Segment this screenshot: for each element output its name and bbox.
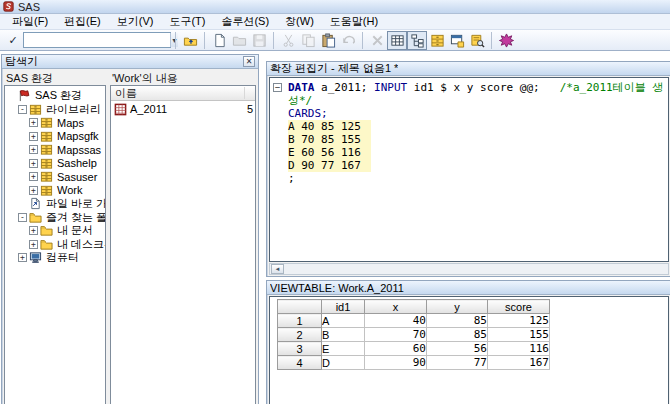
menu-solutions[interactable]: 솔루션(S) xyxy=(213,13,277,31)
new-document-icon[interactable] xyxy=(209,31,229,50)
grid-row-header[interactable]: 3 xyxy=(278,342,322,356)
grid-cell-y[interactable]: 85 xyxy=(427,328,488,342)
explorer-window-icon[interactable] xyxy=(447,31,467,50)
editor-body[interactable]: − DATA a_2011; INPUT id1 $ x y score @@;… xyxy=(269,77,669,262)
editor-titlebar[interactable]: 확장 편집기 - 제목 없음1 * xyxy=(267,62,670,76)
cut-icon xyxy=(278,31,298,50)
input-statement-text: id1 $ x y score @@; xyxy=(407,81,539,94)
grid-row-header[interactable]: 2 xyxy=(278,328,322,342)
tree-item-file-shortcuts[interactable]: 파일 바로 가기 xyxy=(5,197,105,211)
grid-cell-y[interactable]: 85 xyxy=(427,314,488,328)
grid-cell-score[interactable]: 167 xyxy=(488,356,550,370)
grid-cell-x[interactable]: 60 xyxy=(365,342,427,356)
grid-column-header-x[interactable]: x xyxy=(365,300,427,314)
menu-help[interactable]: 도움말(H) xyxy=(322,13,386,31)
menu-window[interactable]: 창(W) xyxy=(277,13,322,31)
combobox-dropdown-button[interactable]: ▼ xyxy=(170,33,178,47)
grid-cell-x[interactable]: 70 xyxy=(365,328,427,342)
grid-column-header-id1[interactable]: id1 xyxy=(322,300,365,314)
grid-column-header-y[interactable]: y xyxy=(427,300,488,314)
sas-application-window: SAS 파일(F)편집(E)보기(V)도구(T)솔루션(S)창(W)도움말(H)… xyxy=(0,0,670,404)
command-input[interactable] xyxy=(24,33,170,47)
editor-horizontal-scrollbar[interactable]: ◄ xyxy=(269,263,669,275)
column-separator xyxy=(244,87,245,99)
grid-row-header[interactable]: 4 xyxy=(278,356,322,370)
table-view-icon[interactable] xyxy=(387,31,407,50)
tree-pane-box: SAS 환경-라이브러리+Maps+Mapsgfk+Mapssas+Sashel… xyxy=(4,85,106,404)
tree-item-mapssas[interactable]: +Mapssas xyxy=(5,143,105,157)
editor-title: 확장 편집기 - 제목 없음1 * xyxy=(270,61,398,76)
menu-bar: 파일(F)편집(E)보기(V)도구(T)솔루션(S)창(W)도움말(H) xyxy=(0,14,670,30)
viewtable-window: VIEWTABLE: Work.A_2011 id1xyscore 1A4085… xyxy=(266,280,670,404)
tree-item-my-desktop[interactable]: +내 데스크톱 xyxy=(5,238,105,252)
grid-cell-y[interactable]: 56 xyxy=(427,342,488,356)
expand-icon[interactable]: + xyxy=(29,118,38,127)
grid-column-header-score[interactable]: score xyxy=(488,300,550,314)
undo-icon xyxy=(338,31,358,50)
explorer-titlebar[interactable]: 탐색기 ✕ xyxy=(2,55,258,69)
library-icon xyxy=(40,116,54,129)
expand-icon[interactable]: + xyxy=(29,172,38,181)
list-item-a_2011[interactable]: A_20115 xyxy=(111,101,255,117)
grid-row-header[interactable]: 1 xyxy=(278,314,322,328)
grid-cell-score[interactable]: 116 xyxy=(488,342,550,356)
tree-view-icon[interactable] xyxy=(407,31,427,50)
grid-cell-x[interactable]: 40 xyxy=(365,314,427,328)
keyword-cards: CARDS; xyxy=(288,107,328,120)
folder-up-icon[interactable] xyxy=(180,31,200,50)
viewtable-titlebar[interactable]: VIEWTABLE: Work.A_2011 xyxy=(267,281,670,295)
tree-item-mapsgfk[interactable]: +Mapsgfk xyxy=(5,130,105,144)
exit-sas-icon[interactable] xyxy=(496,31,516,50)
expand-icon[interactable]: + xyxy=(29,159,38,168)
grid-cell-score[interactable]: 155 xyxy=(488,328,550,342)
paste-icon[interactable] xyxy=(318,31,338,50)
grid-cell-id1[interactable]: A xyxy=(322,314,365,328)
tree-item-label: Sasuser xyxy=(57,171,97,183)
tree-item-sasuser[interactable]: +Sasuser xyxy=(5,170,105,184)
expand-icon[interactable]: + xyxy=(29,240,38,249)
menu-view[interactable]: 보기(V) xyxy=(109,13,162,31)
expand-icon[interactable]: + xyxy=(18,253,27,262)
collapse-icon[interactable]: - xyxy=(18,213,27,222)
tree-item-sas-environment[interactable]: SAS 환경 xyxy=(5,89,105,103)
expand-icon[interactable]: + xyxy=(29,226,38,235)
menu-file[interactable]: 파일(F) xyxy=(4,13,56,31)
tree-item-label: 컴퓨터 xyxy=(46,250,79,265)
tree-item-maps[interactable]: +Maps xyxy=(5,116,105,130)
code-area[interactable]: − DATA a_2011; INPUT id1 $ x y score @@;… xyxy=(270,78,668,185)
contents-column-header[interactable]: 이름 xyxy=(111,86,255,101)
grid-cell-score[interactable]: 125 xyxy=(488,314,550,328)
help-book-icon[interactable] xyxy=(467,31,487,50)
tree-pane: SAS 환경 SAS 환경-라이브러리+Maps+Mapsgfk+Mapssas… xyxy=(4,71,106,404)
grid-cell-id1[interactable]: D xyxy=(322,356,365,370)
sas-env-icon xyxy=(18,89,32,102)
code-fold-collapse-icon[interactable]: − xyxy=(273,83,282,92)
save-icon xyxy=(249,31,269,50)
tree-item-favorite-folders[interactable]: -즐겨 찾는 폴더 xyxy=(5,211,105,225)
menu-tools[interactable]: 도구(T) xyxy=(161,13,213,31)
contents-column-name: 이름 xyxy=(115,86,137,101)
grid-cell-x[interactable]: 90 xyxy=(365,356,427,370)
menu-edit[interactable]: 편집(E) xyxy=(56,13,109,31)
scroll-left-arrow-icon[interactable]: ◄ xyxy=(271,264,284,274)
new-library-icon[interactable] xyxy=(427,31,447,50)
grid-cell-y[interactable]: 77 xyxy=(427,356,488,370)
tree-item-work[interactable]: +Work xyxy=(5,184,105,198)
grid-cell-id1[interactable]: E xyxy=(322,342,365,356)
expand-icon[interactable]: + xyxy=(29,186,38,195)
code-dataline: A 40 85 125 xyxy=(288,120,668,133)
explorer-close-icon[interactable]: ✕ xyxy=(243,56,255,67)
expand-icon[interactable]: + xyxy=(29,132,38,141)
folder-icon xyxy=(29,211,43,224)
tree-item-libraries[interactable]: -라이브러리 xyxy=(5,103,105,117)
window-title: SAS xyxy=(18,1,40,13)
table-row: 3E6056116 xyxy=(278,342,550,356)
grid-cell-id1[interactable]: B xyxy=(322,328,365,342)
tree-item-sashelp[interactable]: +Sashelp xyxy=(5,157,105,171)
code-datalines: A 40 85 125B 70 85 155E 60 56 116D 90 77… xyxy=(288,120,668,172)
collapse-icon[interactable]: - xyxy=(18,105,27,114)
tree-item-computer[interactable]: +컴퓨터 xyxy=(5,251,105,265)
command-combobox: ▼ xyxy=(23,32,171,48)
expand-icon[interactable]: + xyxy=(29,145,38,154)
tree-item-my-documents[interactable]: +내 문서 xyxy=(5,224,105,238)
